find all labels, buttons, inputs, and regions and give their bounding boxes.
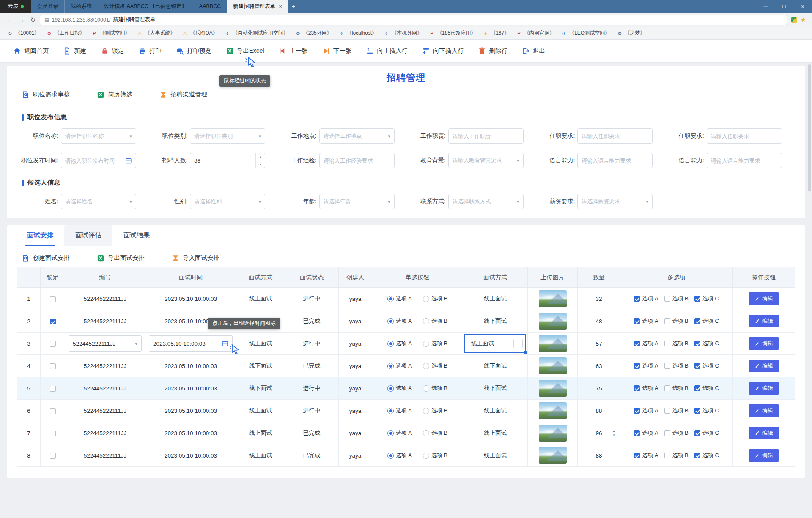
input-field[interactable]: [707, 128, 782, 144]
bookmark-item[interactable]: ✈《自动化测试应用空间》: [222, 28, 291, 38]
radio-icon[interactable]: [423, 385, 429, 392]
radio-option[interactable]: 选项 B: [423, 295, 447, 303]
checkbox-icon[interactable]: [694, 318, 700, 324]
spin-up-icon[interactable]: ▲: [256, 153, 265, 161]
bookmark-item[interactable]: ✈《LEO测试空间》: [558, 28, 613, 38]
bookmark-item[interactable]: ⚠《人事系统》: [134, 28, 178, 38]
toolbar-button-next[interactable]: 下一张: [315, 40, 359, 62]
radio-icon[interactable]: [387, 341, 394, 347]
select-field[interactable]: 请选择职位名称▾: [61, 128, 136, 144]
radio-icon[interactable]: [423, 318, 429, 324]
radio-icon[interactable]: [387, 408, 394, 414]
url-bar[interactable]: ▤ 192.168.1.235:88/10001/ 新建招聘管理表单: [40, 15, 787, 25]
select-field[interactable]: 请输入教育背景要求▾: [448, 153, 524, 168]
browser-tab-aabbcc[interactable]: AABBCC: [193, 0, 227, 13]
spin-down-icon[interactable]: ▼: [612, 434, 616, 437]
checkbox-option[interactable]: 选项 B: [664, 362, 689, 370]
browser-tab-member-login[interactable]: 会员登录: [31, 0, 65, 13]
spin-down-icon[interactable]: ▼: [256, 161, 265, 168]
text-input[interactable]: [453, 133, 519, 139]
selection-handle[interactable]: [524, 351, 527, 354]
checkbox-option[interactable]: 选项 A: [634, 429, 658, 437]
checkbox-icon[interactable]: [694, 341, 700, 346]
tab-interview-result[interactable]: 面试结果: [112, 225, 161, 246]
landscape-thumbnail[interactable]: [539, 447, 567, 464]
select-field[interactable]: 请选择联系方式▾: [448, 194, 524, 209]
checkbox-option[interactable]: 选项 A: [634, 384, 658, 392]
toolbar-button-delete-row[interactable]: 删除行: [471, 40, 515, 62]
bookmark-item[interactable]: ★《167》: [480, 28, 512, 38]
bookmark-item[interactable]: ✈《localhost》: [336, 28, 380, 38]
radio-icon[interactable]: [423, 430, 429, 436]
toolbar-button-home[interactable]: 返回首页: [6, 40, 56, 62]
lock-checkbox[interactable]: [50, 319, 56, 324]
bookmark-item[interactable]: P《185密改应用》: [426, 28, 479, 38]
landscape-thumbnail[interactable]: [539, 402, 567, 419]
radio-option[interactable]: 选项 A: [387, 384, 412, 392]
reload-icon[interactable]: ↻: [28, 16, 38, 24]
checkbox-option[interactable]: 选项 C: [694, 340, 719, 347]
landscape-thumbnail[interactable]: [539, 335, 567, 352]
toolbar-button-print[interactable]: 打印: [131, 40, 169, 62]
lock-checkbox[interactable]: [50, 431, 56, 436]
edit-button[interactable]: 编辑: [749, 449, 779, 462]
lock-checkbox[interactable]: [50, 296, 56, 302]
toolbar-button-insert-row-below[interactable]: 向下插入行: [415, 40, 471, 62]
bookmark-item[interactable]: ⚙《235外网》: [292, 28, 335, 38]
edit-button[interactable]: 编辑: [749, 315, 779, 327]
radio-option[interactable]: 选项 B: [423, 429, 447, 437]
checkbox-icon[interactable]: [634, 430, 640, 436]
checkbox-option[interactable]: 选项 C: [694, 429, 719, 437]
input-field[interactable]: [448, 128, 524, 144]
checkbox-option[interactable]: 选项 C: [694, 452, 719, 459]
bookmark-item[interactable]: ⚙《工作日报》: [43, 28, 88, 38]
checkbox-icon[interactable]: [664, 318, 670, 324]
radio-icon[interactable]: [423, 453, 429, 459]
date-field[interactable]: [61, 153, 136, 168]
action-import-interview[interactable]: 导入面试安排: [172, 254, 219, 262]
radio-option[interactable]: 选项 B: [423, 340, 447, 347]
radio-option[interactable]: 选项 B: [423, 407, 447, 414]
landscape-thumbnail[interactable]: [539, 357, 567, 374]
checkbox-icon[interactable]: [634, 385, 640, 391]
text-input[interactable]: [582, 133, 648, 139]
radio-option[interactable]: 选项 A: [387, 317, 412, 325]
radio-icon[interactable]: [387, 430, 394, 436]
checkbox-option[interactable]: 选项 A: [634, 362, 658, 370]
toolbar-button-insert-row-above[interactable]: 向上插入行: [359, 40, 415, 62]
radio-option[interactable]: 选项 B: [423, 384, 447, 392]
edit-button[interactable]: 编辑: [749, 404, 779, 417]
checkbox-icon[interactable]: [664, 363, 670, 369]
browser-tab-active[interactable]: 新建招聘管理表单 ×: [227, 0, 288, 13]
radio-option[interactable]: 选项 B: [423, 362, 447, 370]
radio-icon[interactable]: [423, 296, 429, 302]
browser-tab-design-template[interactable]: 设计模板:AABBCC 【已被您锁定】: [98, 0, 193, 13]
select-field[interactable]: 请选择性别▾: [190, 194, 265, 209]
select-field[interactable]: 请选择工作地点▾: [319, 128, 395, 144]
radio-icon[interactable]: [387, 296, 394, 302]
checkbox-icon[interactable]: [664, 430, 670, 436]
new-tab-button[interactable]: +: [288, 0, 299, 13]
radio-icon[interactable]: [423, 363, 429, 369]
edit-button[interactable]: 编辑: [749, 382, 779, 395]
radio-option[interactable]: 选项 B: [423, 452, 447, 459]
lock-checkbox[interactable]: [50, 453, 56, 459]
bookmark-item[interactable]: P《内网官网》: [513, 28, 557, 38]
input-field[interactable]: [577, 153, 653, 168]
radio-option[interactable]: 选项 A: [387, 295, 412, 303]
date-input[interactable]: [65, 158, 123, 164]
calendar-icon[interactable]: [125, 157, 132, 164]
radio-icon[interactable]: [387, 363, 394, 369]
checkbox-icon[interactable]: [664, 341, 670, 346]
radio-icon[interactable]: [387, 385, 394, 392]
bookmark-item[interactable]: ⚙《达梦》: [614, 28, 648, 38]
tab-interview-evaluation[interactable]: 面试评估: [64, 225, 112, 246]
select-field[interactable]: 请选择职位类别▾: [190, 128, 265, 144]
checkbox-option[interactable]: 选项 B: [664, 317, 689, 325]
checkbox-option[interactable]: 选项 C: [694, 295, 719, 303]
toolbar-button-new[interactable]: 新建: [56, 40, 93, 62]
maximize-button[interactable]: □: [775, 0, 793, 13]
app-logo[interactable]: 云表: [0, 0, 31, 13]
input-field[interactable]: [319, 153, 395, 168]
checkbox-icon[interactable]: [634, 296, 640, 302]
